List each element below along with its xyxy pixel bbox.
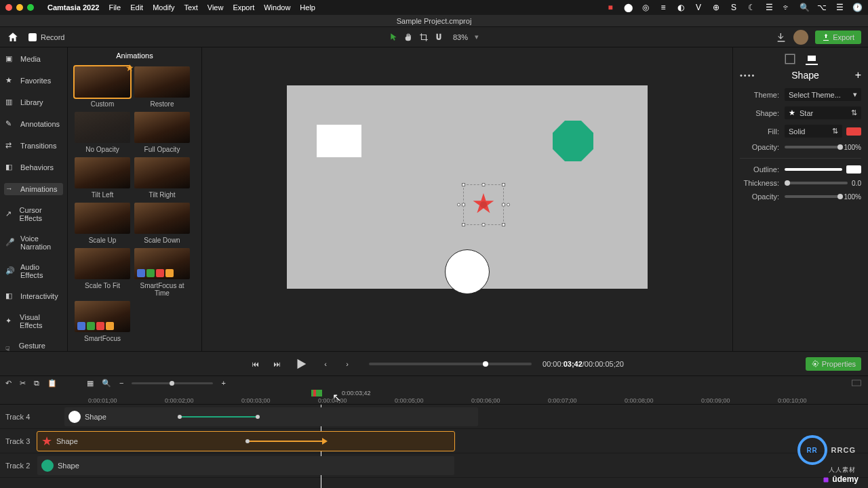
tray-icon[interactable]: ⬤ — [623, 2, 633, 13]
shape-circle[interactable] — [445, 249, 490, 294]
rotation-handle[interactable] — [507, 203, 510, 207]
zoom-level[interactable]: 83% — [453, 33, 468, 41]
sidebar-item-behaviors[interactable]: ◧Behaviors — [4, 161, 63, 174]
magnet-tool-icon[interactable] — [434, 33, 443, 42]
canvas[interactable]: ★ — [287, 85, 648, 289]
tray-icon[interactable]: ⊕ — [711, 2, 722, 13]
animation-handle-icon[interactable]: •••• — [740, 71, 755, 79]
resize-handle[interactable] — [502, 203, 505, 207]
tray-icon[interactable]: ☾ — [746, 2, 757, 13]
menu-text[interactable]: Text — [184, 3, 198, 12]
prev-frame-icon[interactable]: ⏮ — [248, 357, 262, 371]
playhead-marker[interactable] — [311, 390, 322, 396]
sidebar-item-annotations[interactable]: ✎Annotations — [4, 118, 63, 130]
copy-icon[interactable]: ⧉ — [34, 379, 39, 388]
outline-opacity-slider[interactable] — [785, 195, 840, 198]
timeline-clip[interactable]: ★Shape — [37, 432, 454, 451]
record-button[interactable]: Record — [28, 33, 64, 41]
opacity-slider[interactable] — [785, 146, 840, 148]
download-icon[interactable] — [776, 32, 787, 43]
step-back-icon[interactable]: ‹ — [319, 357, 332, 371]
play-icon[interactable] — [292, 354, 311, 373]
tray-icon[interactable]: ■ — [605, 2, 616, 13]
track-header[interactable]: Track 4 — [0, 413, 34, 421]
resize-handle[interactable] — [462, 203, 465, 207]
track-header[interactable]: Track 2 — [0, 462, 34, 470]
animation-tile-full-opacity[interactable]: Full Opacity — [134, 112, 190, 153]
menu-modify[interactable]: Modify — [153, 3, 174, 12]
crop-tool-icon[interactable] — [419, 33, 429, 42]
tray-icon[interactable]: V — [693, 2, 704, 13]
outline-slider[interactable] — [785, 168, 842, 171]
sidebar-item-audio-effects[interactable]: 🔊Audio Effects — [4, 262, 63, 281]
animation-tile-tilt-right[interactable]: Tilt Right — [134, 157, 190, 199]
sidebar-item-media[interactable]: ▣Media — [4, 53, 63, 65]
sidebar-item-transitions[interactable]: ⇄Transitions — [4, 140, 63, 152]
sidebar-item-visual-effects[interactable]: ✦Visual Effects — [4, 312, 63, 331]
cursor-tool-icon[interactable] — [389, 33, 399, 42]
fill-color-swatch[interactable] — [846, 127, 861, 136]
cut-icon[interactable]: ✂ — [20, 379, 26, 388]
timeline-clip[interactable]: Shape — [37, 456, 454, 475]
track-header[interactable]: Track 3 — [0, 437, 34, 445]
tray-icon[interactable]: ≡ — [658, 2, 669, 13]
menu-help[interactable]: Help — [300, 3, 315, 12]
resize-handle[interactable] — [502, 223, 505, 226]
search-icon[interactable]: 🔍 — [799, 2, 810, 13]
animation-tile-scale-up[interactable]: Scale Up — [75, 203, 130, 244]
animation-tile-smartfocus-at-time[interactable]: SmartFocus at Time — [134, 248, 190, 297]
zoom-plus-icon[interactable]: + — [221, 379, 225, 387]
animation-tile-smartfocus[interactable]: SmartFocus — [75, 301, 130, 342]
properties-button[interactable]: Properties — [806, 357, 861, 371]
animation-tile-scale-to-fit[interactable]: Scale To Fit — [75, 248, 130, 297]
menu-file[interactable]: File — [108, 3, 121, 12]
clock-icon[interactable]: 🕐 — [852, 2, 863, 13]
scrub-slider[interactable] — [369, 363, 532, 365]
menu-window[interactable]: Window — [264, 3, 290, 12]
animation-tile-no-opacity[interactable]: No Opacity — [75, 112, 130, 153]
tray-icon[interactable]: S — [728, 2, 739, 13]
shape-octagon[interactable] — [553, 121, 593, 161]
sidebar-item-animations[interactable]: →Animations — [4, 183, 63, 195]
animation-tile-custom[interactable]: ★Custom — [75, 66, 130, 108]
rotation-origin-handle[interactable] — [480, 201, 487, 208]
shape-star-selection[interactable]: ★ — [463, 184, 504, 225]
add-property-icon[interactable]: + — [855, 69, 861, 81]
timeline-tab-icon[interactable] — [852, 380, 861, 386]
props-tab-annotation[interactable] — [806, 53, 818, 65]
timeline-ruler[interactable]: ↖ 0:00:03;42 0:00:01;000:00:02;000:00:03… — [0, 390, 868, 405]
props-tab-visual[interactable] — [784, 53, 796, 65]
menu-export[interactable]: Export — [233, 3, 254, 12]
tray-icon[interactable]: ᯤ — [781, 2, 792, 13]
split-icon[interactable]: ▦ — [87, 379, 94, 388]
tray-icon[interactable]: ◐ — [675, 2, 686, 13]
shape-rectangle[interactable] — [317, 125, 361, 157]
menu-view[interactable]: View — [208, 3, 224, 12]
outline-color-swatch[interactable] — [846, 165, 861, 174]
fill-select[interactable]: Solid⇅ — [785, 125, 842, 138]
animation-tile-restore[interactable]: Restore — [134, 66, 190, 108]
window-traffic-lights[interactable] — [5, 4, 34, 11]
menu-edit[interactable]: Edit — [130, 3, 143, 12]
export-button[interactable]: Export — [815, 30, 861, 44]
zoom-out-icon[interactable]: 🔍 — [102, 379, 111, 388]
sidebar-item-voice-narration[interactable]: 🎤Voice Narration — [4, 233, 63, 252]
home-icon[interactable] — [7, 31, 19, 43]
zoom-minus-icon[interactable]: − — [119, 379, 123, 387]
resize-handle[interactable] — [462, 223, 465, 226]
undo-icon[interactable]: ↶ — [5, 379, 12, 388]
thickness-slider[interactable] — [785, 182, 848, 184]
paste-icon[interactable]: 📋 — [47, 379, 57, 388]
next-frame-icon[interactable]: ⏭ — [270, 357, 283, 371]
sidebar-item-favorites[interactable]: ★Favorites — [4, 75, 63, 87]
tray-icon[interactable]: ☰ — [834, 2, 845, 13]
timeline-clip[interactable]: Shape — [64, 407, 478, 426]
resize-handle[interactable] — [502, 183, 505, 186]
step-forward-icon[interactable]: › — [340, 357, 354, 371]
shape-select[interactable]: ★Star⇅ — [785, 106, 861, 119]
sidebar-item-interactivity[interactable]: ◧Interactivity — [4, 290, 63, 302]
sidebar-item-library[interactable]: ▥Library — [4, 96, 63, 108]
rotation-handle[interactable] — [457, 203, 460, 207]
resize-handle[interactable] — [482, 223, 486, 226]
control-center-icon[interactable]: ⌥ — [816, 2, 827, 13]
